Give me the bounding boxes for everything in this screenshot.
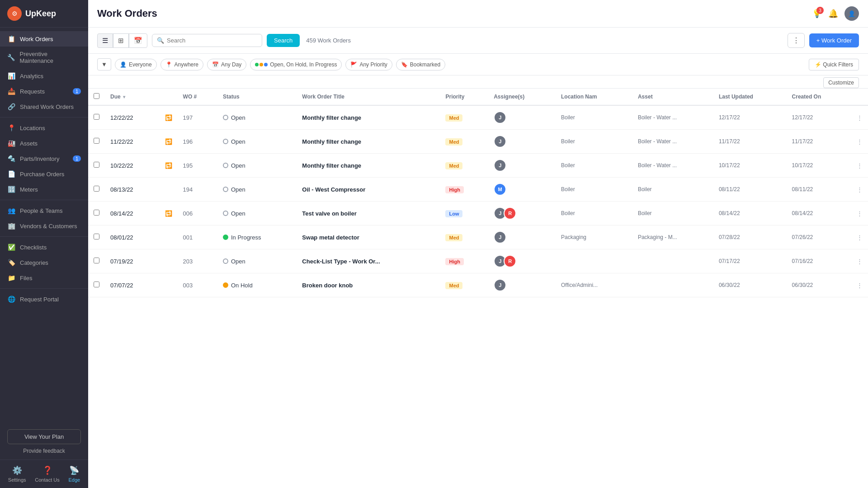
row-assignees-2: J (488, 154, 556, 178)
view-toggle: ☰ ⊞ 📅 (97, 33, 147, 48)
sidebar-item-checklists[interactable]: ✅ Checklists (0, 239, 88, 255)
calendar-view-button[interactable]: 📅 (129, 33, 147, 48)
col-spacer (160, 89, 178, 105)
sidebar-icon-people-teams: 👥 (7, 207, 15, 214)
row-checkbox-2[interactable] (94, 162, 99, 168)
row-more-2[interactable]: ⋮ (851, 154, 868, 178)
row-more-6[interactable]: ⋮ (851, 249, 868, 273)
row-assignees-5: J (488, 225, 556, 249)
row-title-7[interactable]: Broken door knob (297, 273, 440, 297)
row-checkbox-6[interactable] (94, 258, 99, 263)
row-checkbox-5[interactable] (94, 234, 99, 239)
list-view-button[interactable]: ☰ (97, 33, 113, 48)
everyone-label: Everyone (129, 61, 152, 68)
sidebar-logo[interactable]: ⚙ UpKeep (0, 0, 88, 28)
add-work-order-button[interactable]: + Work Order (809, 33, 859, 47)
table-row[interactable]: 10/22/22 🔁 195 Open Monthly filter chang… (88, 154, 868, 178)
sidebar-item-parts-inventory[interactable]: 🔩 Parts/Inventory 1 (0, 151, 88, 166)
search-input[interactable] (167, 37, 257, 44)
row-checkbox-7[interactable] (94, 282, 99, 287)
grid-view-button[interactable]: ⊞ (113, 33, 129, 48)
repeat-icon: 🔁 (165, 162, 172, 169)
bulb-button[interactable]: 💡 3 (812, 9, 822, 19)
search-button[interactable]: Search (267, 34, 300, 47)
row-more-4[interactable]: ⋮ (851, 202, 868, 225)
status-filter[interactable]: Open, On Hold, In Progress (250, 59, 342, 70)
sidebar-item-request-portal[interactable]: 🌐 Request Portal (0, 291, 88, 307)
priority-badge-3: High (445, 186, 463, 193)
sidebar-divider (0, 288, 88, 289)
table-row[interactable]: 07/07/22 003 On Hold Broken door knob Me… (88, 273, 868, 297)
sidebar-item-locations[interactable]: 📍 Locations (0, 120, 88, 136)
col-priority: Priority (440, 89, 488, 105)
row-more-3[interactable]: ⋮ (851, 178, 868, 202)
row-title-6[interactable]: Check-List Type - Work Or... (297, 249, 440, 273)
row-title-5[interactable]: Swap metal detector (297, 225, 440, 249)
any-day-filter[interactable]: 📅 Any Day (207, 59, 246, 70)
table-row[interactable]: 11/22/22 🔁 196 Open Monthly filter chang… (88, 130, 868, 154)
select-all-checkbox[interactable] (94, 93, 99, 99)
sidebar-item-vendors-customers[interactable]: 🏢 Vendors & Customers (0, 218, 88, 234)
bookmarked-label: Bookmarked (410, 61, 440, 68)
row-more-7[interactable]: ⋮ (851, 273, 868, 297)
sidebar-item-analytics[interactable]: 📊 Analytics (0, 68, 88, 84)
assignee-avatar: J (494, 135, 506, 148)
row-title-3[interactable]: Oil - West Compressor (297, 178, 440, 202)
row-title-0[interactable]: Monthly filter change (297, 105, 440, 130)
row-title-4[interactable]: Test valve on boiler (297, 202, 440, 225)
sidebar-item-files[interactable]: 📁 Files (0, 270, 88, 286)
row-checkbox-3[interactable] (94, 186, 99, 192)
view-plan-button[interactable]: View Your Plan (7, 429, 81, 444)
sidebar-label-meters: Meters (20, 186, 38, 193)
filter-button[interactable]: ▼ (97, 58, 111, 70)
repeat-icon: 🔁 (165, 114, 172, 121)
user-avatar-button[interactable]: 👤 (844, 6, 859, 21)
more-options-button[interactable]: ⋮ (788, 33, 805, 48)
bookmarked-filter[interactable]: 🔖 Bookmarked (396, 59, 445, 70)
sidebar-item-shared-work-orders[interactable]: 🔗 Shared Work Orders (0, 99, 88, 114)
row-checkbox-1[interactable] (94, 138, 99, 144)
row-last-updated-0: 12/17/22 (713, 105, 787, 130)
priority-filter[interactable]: 🚩 Any Priority (345, 59, 392, 70)
table-row[interactable]: 07/19/22 203 Open Check-List Type - Work… (88, 249, 868, 273)
table-row[interactable]: 08/14/22 🔁 006 Open Test valve on boiler… (88, 202, 868, 225)
row-due-4: 08/14/22 (105, 202, 160, 225)
sidebar-item-preventive-maintenance[interactable]: 🔧 Preventive Maintenance (0, 47, 88, 68)
row-more-0[interactable]: ⋮ (851, 105, 868, 130)
row-checkbox-4[interactable] (94, 210, 99, 216)
hold-dot (259, 63, 263, 66)
row-location-1: Boiler (556, 130, 632, 154)
row-more-5[interactable]: ⋮ (851, 225, 868, 249)
sidebar-icon-assets: 🏭 (7, 140, 15, 147)
sidebar-item-categories[interactable]: 🏷️ Categories (0, 255, 88, 270)
table-row[interactable]: 12/22/22 🔁 197 Open Monthly filter chang… (88, 105, 868, 130)
row-asset-5: Packaging - M... (632, 225, 713, 249)
sidebar-item-people-teams[interactable]: 👥 People & Teams (0, 203, 88, 218)
bell-button[interactable]: 🔔 (828, 9, 838, 19)
table-body: 12/22/22 🔁 197 Open Monthly filter chang… (88, 105, 868, 297)
everyone-filter[interactable]: 👤 Everyone (115, 59, 157, 70)
footer-item-contact-us[interactable]: ❓ Contact Us (35, 465, 59, 483)
status-text-0: Open (231, 114, 245, 121)
priority-badge-1: Med (445, 138, 462, 145)
footer-item-settings[interactable]: ⚙️ Settings (8, 465, 26, 483)
repeat-icon: 🔁 (165, 210, 172, 217)
row-checkbox-0[interactable] (94, 114, 99, 120)
table-row[interactable]: 08/01/22 001 In Progress Swap metal dete… (88, 225, 868, 249)
customize-button[interactable]: Customize (823, 77, 859, 88)
user-icon: 👤 (848, 10, 855, 17)
sidebar-item-assets[interactable]: 🏭 Assets (0, 136, 88, 151)
row-title-2[interactable]: Monthly filter change (297, 154, 440, 178)
sidebar-item-meters[interactable]: 🔢 Meters (0, 182, 88, 197)
footer-item-edge[interactable]: 📡 Edge (68, 465, 80, 483)
row-more-1[interactable]: ⋮ (851, 130, 868, 154)
anywhere-filter[interactable]: 📍 Anywhere (160, 59, 203, 70)
sidebar-item-purchase-orders[interactable]: 📄 Purchase Orders (0, 166, 88, 182)
feedback-link[interactable]: Provide feedback (7, 448, 81, 454)
quick-filters-button[interactable]: ⚡ Quick Filters (809, 59, 859, 70)
sidebar-item-requests[interactable]: 📥 Requests 1 (0, 84, 88, 99)
row-priority-4: Low (440, 202, 488, 225)
table-row[interactable]: 08/13/22 194 Open Oil - West Compressor … (88, 178, 868, 202)
sidebar-item-work-orders[interactable]: 📋 Work Orders (0, 31, 88, 47)
row-title-1[interactable]: Monthly filter change (297, 130, 440, 154)
